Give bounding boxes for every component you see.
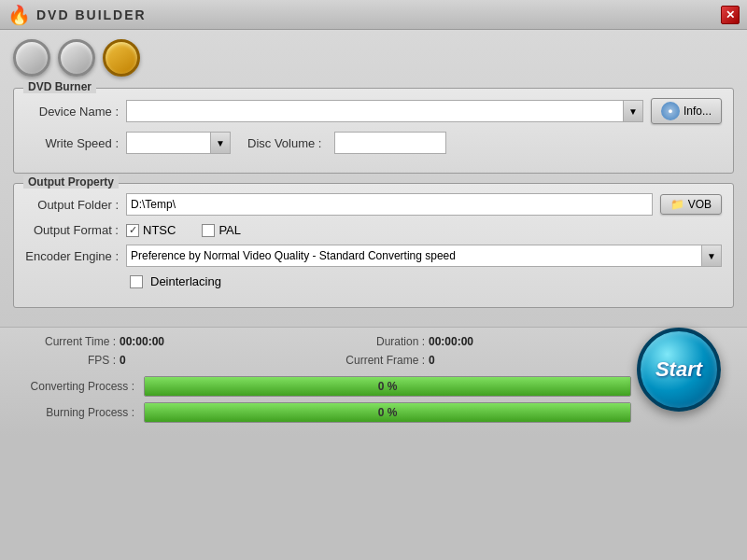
stats-row-1: Current Time : 00:00:00 Duration : 00:00… [13, 335, 631, 348]
duration-value: 00:00:00 [429, 335, 473, 348]
duration-label: Duration : [322, 335, 425, 348]
output-property-group: Output Property Output Folder : 📁 VOB Ou… [13, 183, 734, 308]
device-name-row: Device Name : ▼ ● Info... [25, 98, 722, 124]
deinterlacing-label: Deinterlacing [150, 274, 221, 288]
close-button[interactable]: ✕ [721, 6, 740, 24]
info-icon: ● [661, 102, 680, 120]
pal-label: PAL [218, 223, 241, 237]
fps-item: FPS : 0 [13, 354, 322, 367]
dvd-burner-group: DVD Burner Device Name : ▼ ● Info... Wri… [13, 88, 734, 174]
top-buttons [13, 39, 734, 77]
fps-label: FPS : [13, 354, 116, 367]
title-bar: 🔥 DVD BUILDER ✕ [0, 0, 747, 30]
current-frame-value: 0 [429, 354, 435, 367]
title-bar-left: 🔥 DVD BUILDER [7, 4, 147, 26]
current-frame-item: Current Frame : 0 [322, 354, 631, 367]
deinterlacing-row: Deinterlacing [130, 274, 722, 288]
burning-process-label: Burning Process : [13, 406, 134, 419]
encoder-engine-input[interactable] [126, 245, 701, 267]
current-time-label: Current Time : [13, 335, 116, 348]
output-format-row: Output Format : ✓ NTSC PAL [25, 223, 722, 237]
encoder-select-wrapper: ▼ [126, 245, 722, 267]
ntsc-checkbox-item: ✓ NTSC [126, 223, 176, 237]
current-time-value: 00:00:00 [120, 335, 164, 348]
output-format-label: Output Format : [25, 223, 119, 237]
deinterlacing-checkbox[interactable] [130, 275, 143, 288]
fps-value: 0 [120, 354, 126, 367]
device-name-label: Device Name : [25, 105, 119, 119]
burning-progress-text: 0 % [378, 406, 398, 419]
write-speed-input[interactable] [126, 132, 210, 154]
write-speed-select-wrapper: ▼ [126, 132, 231, 154]
output-property-title: Output Property [23, 175, 119, 189]
vob-button[interactable]: 📁 VOB [660, 194, 722, 215]
main-content: DVD Burner Device Name : ▼ ● Info... Wri… [0, 30, 747, 327]
encoder-engine-row: Encoder Engine : ▼ [25, 245, 722, 267]
device-name-input[interactable] [126, 100, 623, 122]
circle-button-3[interactable] [103, 39, 140, 77]
converting-process-row: Converting Process : 0 % [13, 376, 631, 397]
app-title: DVD BUILDER [36, 7, 147, 22]
converting-process-label: Converting Process : [13, 380, 134, 393]
start-button-label: Start [655, 357, 702, 382]
write-speed-label: Write Speed : [25, 136, 119, 150]
output-folder-row: Output Folder : 📁 VOB [25, 193, 722, 216]
flame-icon: 🔥 [7, 4, 31, 26]
write-speed-dropdown-arrow[interactable]: ▼ [210, 132, 231, 154]
folder-icon: 📁 [670, 198, 684, 211]
disc-volume-input[interactable]: DVD_DISC [334, 132, 446, 154]
current-time-item: Current Time : 00:00:00 [13, 335, 322, 348]
output-folder-label: Output Folder : [25, 198, 119, 212]
device-name-select-wrapper: ▼ [126, 100, 643, 122]
start-button[interactable]: Start [637, 328, 721, 412]
duration-item: Duration : 00:00:00 [322, 335, 631, 348]
burning-process-row: Burning Process : 0 % [13, 402, 631, 423]
stats-row-2: FPS : 0 Current Frame : 0 [13, 354, 631, 367]
bottom-section: Current Time : 00:00:00 Duration : 00:00… [13, 335, 734, 423]
dvd-burner-title: DVD Burner [23, 80, 96, 93]
circle-button-1[interactable] [13, 39, 50, 77]
output-folder-input[interactable] [126, 193, 653, 216]
converting-progress-text: 0 % [378, 380, 398, 393]
device-name-dropdown-arrow[interactable]: ▼ [623, 100, 643, 122]
vob-button-label: VOB [688, 198, 712, 211]
progress-area: Current Time : 00:00:00 Duration : 00:00… [0, 327, 747, 436]
pal-checkbox-item: PAL [202, 223, 241, 237]
disc-volume-label: Disc Volume : [247, 136, 321, 150]
ntsc-checkbox[interactable]: ✓ [126, 224, 139, 237]
current-frame-label: Current Frame : [322, 354, 425, 367]
circle-button-2[interactable] [58, 39, 95, 77]
pal-checkbox[interactable] [202, 224, 215, 237]
encoder-engine-label: Encoder Engine : [25, 249, 119, 263]
start-button-area: Start [637, 328, 721, 412]
burning-progress-bar: 0 % [144, 402, 631, 423]
info-button-label: Info... [684, 105, 712, 118]
converting-progress-bar: 0 % [144, 376, 631, 397]
encoder-dropdown-arrow[interactable]: ▼ [701, 245, 722, 267]
ntsc-label: NTSC [143, 223, 176, 237]
write-speed-row: Write Speed : ▼ Disc Volume : DVD_DISC [25, 132, 722, 154]
info-button[interactable]: ● Info... [651, 98, 722, 124]
